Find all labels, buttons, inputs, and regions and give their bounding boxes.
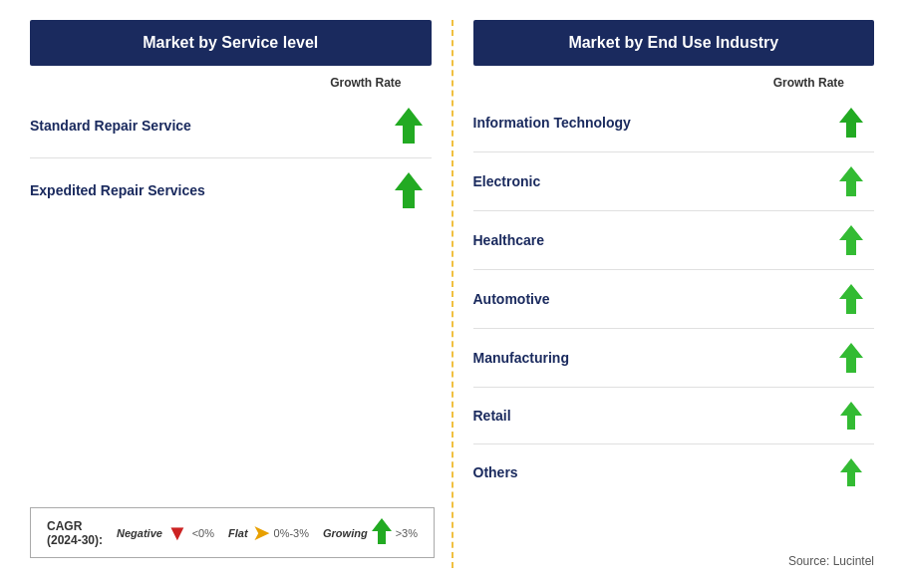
svg-marker-1 — [395, 172, 423, 208]
growing-arrow-icon — [372, 518, 392, 547]
expedited-repair-arrow-icon — [391, 172, 427, 208]
right-header: Market by End Use Industry — [473, 20, 875, 66]
left-growth-rate-row: Growth Rate — [30, 76, 432, 90]
left-panel: Market by Service level Growth Rate Stan… — [10, 10, 452, 578]
svg-marker-7 — [839, 343, 863, 373]
legend-cagr-label: CAGR (2024-30): — [47, 519, 103, 547]
list-item: Manufacturing — [473, 329, 875, 388]
healthcare-arrow-icon — [833, 225, 869, 255]
manufacturing-arrow-icon — [833, 343, 869, 373]
standard-repair-label: Standard Repair Service — [30, 118, 391, 134]
right-panel: Market by End Use Industry Growth Rate I… — [453, 10, 895, 578]
flat-range: 0%-3% — [274, 527, 309, 539]
list-item: Healthcare — [473, 211, 875, 270]
svg-marker-5 — [839, 225, 863, 255]
list-item: Automotive — [473, 270, 875, 329]
negative-label: Negative — [117, 527, 162, 539]
legend-growing: Growing >3% — [323, 518, 418, 547]
retail-arrow-icon — [833, 402, 869, 430]
left-items-area: Standard Repair Service Expedited Repair… — [30, 94, 432, 568]
electronic-arrow-icon — [833, 166, 869, 196]
source-text: Source: Lucintel — [473, 544, 875, 568]
negative-arrow-icon: ▼ — [166, 520, 188, 546]
manufacturing-label: Manufacturing — [473, 350, 834, 366]
list-item: Others — [473, 444, 875, 500]
legend-negative: Negative ▼ <0% — [117, 520, 214, 546]
left-growth-rate-label: Growth Rate — [330, 76, 401, 90]
retail-label: Retail — [473, 408, 834, 424]
svg-marker-4 — [839, 166, 863, 196]
electronic-label: Electronic — [473, 173, 834, 189]
expedited-repair-label: Expedited Repair Services — [30, 182, 391, 198]
list-item: Information Technology — [473, 94, 875, 152]
svg-marker-2 — [372, 518, 392, 544]
svg-marker-3 — [839, 108, 863, 138]
negative-range: <0% — [192, 527, 214, 539]
others-label: Others — [473, 464, 834, 480]
info-tech-label: Information Technology — [473, 115, 834, 131]
automotive-arrow-icon — [833, 284, 869, 314]
list-item: Expedited Repair Services — [30, 158, 432, 222]
growing-label: Growing — [323, 527, 368, 539]
info-tech-arrow-icon — [833, 108, 869, 138]
svg-marker-8 — [840, 402, 862, 430]
automotive-label: Automotive — [473, 291, 834, 307]
svg-marker-9 — [840, 458, 862, 486]
list-item: Electronic — [473, 152, 875, 211]
flat-label: Flat — [228, 527, 248, 539]
right-items-area: Information Technology Electronic — [473, 94, 875, 544]
svg-marker-6 — [839, 284, 863, 314]
growing-range: >3% — [396, 527, 418, 539]
legend-flat: Flat ➤ 0%-3% — [228, 520, 309, 546]
standard-repair-arrow-icon — [391, 108, 427, 144]
list-item: Retail — [473, 388, 875, 444]
flat-arrow-icon: ➤ — [252, 520, 270, 546]
legend-box: CAGR (2024-30): Negative ▼ <0% Flat ➤ 0%… — [30, 507, 435, 558]
svg-marker-0 — [395, 108, 423, 144]
left-header: Market by Service level — [30, 20, 432, 66]
right-growth-rate-row: Growth Rate — [473, 76, 875, 90]
others-arrow-icon — [833, 458, 869, 486]
right-growth-rate-label: Growth Rate — [773, 76, 844, 90]
list-item: Standard Repair Service — [30, 94, 432, 158]
healthcare-label: Healthcare — [473, 232, 834, 248]
